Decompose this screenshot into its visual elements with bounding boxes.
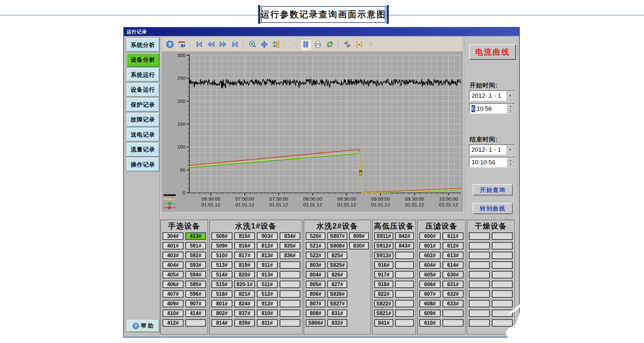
device-cell[interactable]	[492, 271, 513, 278]
device-cell[interactable]: 805#	[306, 281, 325, 288]
end-date-select[interactable]: 2012- 1 - 1 ▼	[469, 144, 515, 155]
device-cell[interactable]: 811#	[257, 319, 278, 327]
device-cell[interactable]	[280, 319, 301, 327]
device-cell[interactable]	[395, 310, 414, 317]
sidebar-item-8[interactable]: 流量记录	[126, 143, 159, 157]
device-cell[interactable]: 826#	[327, 271, 347, 278]
device-cell[interactable]: 810#	[257, 310, 278, 317]
device-cell[interactable]: 612#	[443, 242, 464, 249]
chevron-down-icon[interactable]: ▼	[506, 145, 514, 154]
device-cell[interactable]: 606#	[419, 281, 441, 288]
device-cell[interactable]	[469, 300, 490, 307]
device-cell[interactable]	[469, 281, 490, 288]
device-cell[interactable]: 595#	[185, 281, 206, 288]
device-cell[interactable]: 814#	[211, 319, 232, 327]
device-cell[interactable]: 822#	[374, 290, 393, 298]
device-cell[interactable]: 410#	[163, 310, 183, 317]
device-cell[interactable]: 804#	[306, 271, 325, 278]
device-cell[interactable]: 409#	[163, 300, 183, 307]
device-cell[interactable]	[185, 319, 206, 327]
device-cell[interactable]: 614#	[443, 261, 464, 269]
end-time-spinner[interactable]: 10:10:56 ▲ ▼	[469, 157, 515, 167]
sidebar-item-4[interactable]: 设备运行	[126, 83, 159, 97]
device-cell[interactable]: 520#	[306, 232, 325, 240]
device-cell[interactable]	[492, 290, 513, 298]
device-cell[interactable]: S912#	[374, 242, 393, 249]
device-cell[interactable]	[492, 319, 513, 327]
device-cell[interactable]: 412#	[163, 319, 183, 327]
device-cell[interactable]	[469, 271, 490, 278]
rewind-icon[interactable]	[206, 39, 216, 50]
device-cell[interactable]	[469, 242, 490, 249]
pan-icon[interactable]	[259, 39, 269, 50]
device-cell[interactable]: 825#	[327, 252, 347, 259]
device-cell[interactable]: 414#	[185, 310, 206, 317]
device-cell[interactable]: 834#	[280, 232, 301, 240]
sidebar-item-5[interactable]: 保护记录	[126, 98, 159, 112]
device-cell[interactable]	[492, 281, 513, 288]
device-cell[interactable]: 836#	[280, 252, 301, 259]
device-cell[interactable]: S806#	[306, 319, 325, 327]
sidebar-item-1[interactable]: 系统分析	[126, 38, 159, 52]
device-cell[interactable]: 405#	[163, 271, 183, 278]
device-cell[interactable]	[443, 310, 464, 317]
device-cell[interactable]: 607#	[419, 290, 441, 298]
device-cell[interactable]	[469, 252, 490, 259]
device-cell[interactable]: 604#	[419, 261, 441, 269]
device-cell[interactable]: 817#	[234, 252, 255, 259]
device-cell[interactable]	[469, 232, 490, 240]
device-cell[interactable]: 407#	[163, 290, 183, 298]
device-cell[interactable]: 830#	[349, 242, 369, 249]
device-cell[interactable]: 839#	[234, 319, 255, 327]
device-cell[interactable]: 821#	[234, 290, 255, 298]
device-cell[interactable]: 815#	[234, 232, 255, 240]
device-cell[interactable]: 835#	[280, 242, 301, 249]
device-cell[interactable]: 514#	[211, 271, 232, 278]
device-cell[interactable]: 831#	[327, 310, 347, 317]
vertical-scale-icon[interactable]	[271, 39, 281, 50]
device-cell[interactable]	[492, 300, 513, 307]
device-cell[interactable]: 631#	[443, 281, 464, 288]
chevron-down-icon[interactable]: ▼	[506, 91, 514, 100]
zoom-icon[interactable]	[247, 39, 257, 50]
device-cell[interactable]: S807#	[327, 232, 347, 240]
device-cell[interactable]	[469, 310, 490, 317]
device-cell[interactable]: 515#	[211, 281, 232, 288]
device-cell[interactable]: 820-1#	[234, 281, 255, 288]
device-cell[interactable]: 594#	[185, 271, 206, 278]
device-cell[interactable]	[395, 271, 414, 278]
device-cell[interactable]: 512#	[257, 290, 278, 298]
device-cell[interactable]: 808#	[306, 310, 325, 317]
start-query-button[interactable]: 开始查询	[473, 184, 513, 195]
device-cell[interactable]	[280, 261, 301, 269]
goto-curve-button[interactable]: 转到曲线	[473, 203, 513, 214]
device-cell[interactable]: S826#	[327, 290, 347, 298]
print-icon[interactable]	[313, 39, 323, 50]
device-cell[interactable]: 911#	[257, 261, 278, 269]
device-cell[interactable]: 824#	[234, 300, 255, 307]
first-icon[interactable]	[194, 39, 204, 50]
export-panel-icon[interactable]	[177, 39, 187, 50]
device-cell[interactable]: 843#	[395, 242, 414, 249]
device-cell[interactable]: 806#	[306, 290, 325, 298]
device-cell[interactable]	[469, 290, 490, 298]
current-chart[interactable]: 05010015020025030006:30:0001.01.1207:00:…	[162, 51, 463, 212]
last-icon[interactable]	[230, 39, 240, 50]
device-cell[interactable]: 837#	[234, 310, 255, 317]
device-cell[interactable]	[280, 310, 301, 317]
device-cell[interactable]: 611#	[443, 232, 464, 240]
device-cell[interactable]: 513#	[211, 261, 232, 269]
device-cell[interactable]: 907#	[185, 300, 206, 307]
device-cell[interactable]: 605#	[419, 271, 441, 278]
sidebar-item-7[interactable]: 送电记录	[126, 128, 159, 141]
pause-icon[interactable]	[300, 39, 311, 50]
device-cell[interactable]: 600#	[419, 232, 441, 240]
device-cell[interactable]: 832#	[327, 319, 347, 327]
sidebar-item-2[interactable]: 设备分析	[126, 53, 159, 67]
device-cell[interactable]: 632#	[443, 290, 464, 298]
device-cell[interactable]: 809#	[349, 232, 369, 240]
device-cell[interactable]: 913#	[257, 271, 278, 278]
spin-up-icon[interactable]: ▲	[507, 158, 514, 162]
device-cell[interactable]: 813#	[257, 252, 278, 259]
device-cell[interactable]: 511#	[257, 281, 278, 288]
